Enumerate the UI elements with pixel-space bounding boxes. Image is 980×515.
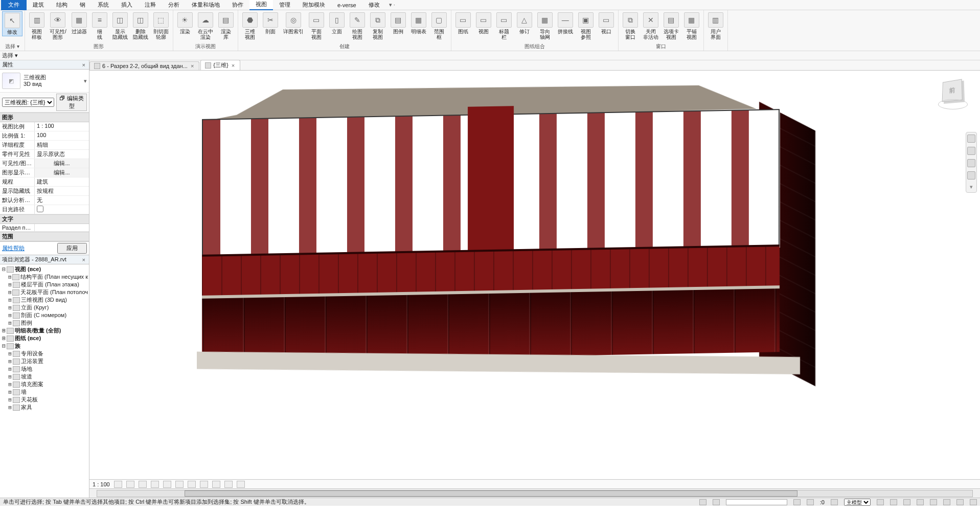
expand-icon[interactable]: ⊞ (1, 327, 7, 334)
render-cloud-button[interactable]: ☁在云中 渲染 (196, 11, 215, 41)
workset-select[interactable]: 主模型 (844, 499, 871, 506)
menu-tab-注释[interactable]: 注释 (139, 0, 162, 10)
prop-value[interactable]: 按规程 (35, 187, 89, 195)
prop-category[interactable]: 图形 (0, 113, 89, 122)
legend-button[interactable]: ▤图例 (389, 11, 408, 35)
drafting-button[interactable]: ✎绘图 视图 (348, 11, 367, 41)
status-icon[interactable] (903, 499, 910, 505)
tab-view-button[interactable]: ▤选项卡 视图 (662, 11, 681, 41)
menu-tab-结构[interactable]: 结构 (50, 0, 74, 10)
render-gallery-button[interactable]: ▤渲染 库 (216, 11, 236, 41)
detail-level-icon[interactable] (114, 481, 122, 488)
tree-node[interactable]: ⊞楼层平面 (План этажа) (0, 281, 89, 288)
prop-category[interactable]: 范围 (0, 232, 89, 241)
show-hidden-button[interactable]: ◫显示 隐藏线 (110, 11, 130, 41)
prop-value[interactable]: 编辑... (35, 168, 89, 177)
tree-node[interactable]: ⊞立面 (Круг) (0, 304, 89, 311)
tree-node[interactable]: ⊟视图 (все) (0, 265, 89, 273)
viewcube-face[interactable]: 前 (942, 79, 963, 102)
close-icon[interactable]: × (81, 62, 87, 68)
status-icon[interactable] (956, 499, 964, 505)
close-inactive-button[interactable]: ✕关闭 非活动 (641, 11, 660, 41)
rendering-icon[interactable] (163, 481, 171, 488)
user-interface-button[interactable]: ▥用户 界面 (706, 11, 725, 41)
viewcube[interactable]: 前 (938, 78, 968, 107)
steering-wheel-icon[interactable] (967, 135, 975, 143)
detail-button[interactable]: ◎详图索引 (281, 11, 306, 35)
chevron-down-icon[interactable]: ▾ (970, 184, 973, 190)
tree-node[interactable]: ⊞图例 (0, 319, 89, 327)
elevation-button[interactable]: ▯立面 (327, 11, 347, 35)
expand-icon[interactable]: ⊞ (7, 350, 13, 357)
duplicate-button[interactable]: ⧉复制 视图 (368, 11, 388, 41)
menu-tab-管理[interactable]: 管理 (273, 0, 297, 10)
switch-window-button[interactable]: ⧉切换 窗口 (621, 11, 640, 41)
prop-value[interactable] (35, 224, 89, 231)
menu-tab-附加模块[interactable]: 附加模块 (297, 0, 331, 10)
expand-icon[interactable]: ⊟ (1, 343, 7, 349)
menu-tab-协作[interactable]: 协作 (226, 0, 249, 10)
prop-value[interactable]: 建筑 (35, 177, 89, 186)
view-scale[interactable]: 1 : 100 (93, 481, 110, 487)
3d-view-button[interactable]: ⬣三维 视图 (240, 11, 260, 41)
filters-button[interactable]: ▦过滤器 (70, 11, 89, 35)
expand-icon[interactable]: ⊞ (7, 274, 12, 280)
status-icon[interactable] (807, 499, 814, 505)
tree-node[interactable]: ⊞填充图案 (0, 380, 89, 388)
tree-node[interactable]: ⊞明细表/数量 (全部) (0, 327, 89, 334)
tile-view-button[interactable]: ▦平铺 视图 (682, 11, 701, 41)
status-icon[interactable] (699, 499, 706, 505)
zoom-icon[interactable] (967, 159, 975, 167)
thin-lines-button[interactable]: ≡细 线 (90, 11, 109, 41)
expand-icon[interactable]: ⊞ (7, 297, 13, 303)
canvas-3d[interactable]: 前 ▾ (89, 71, 980, 479)
select-strip-label[interactable]: 选择 ▾ (2, 52, 18, 59)
tree-node[interactable]: ⊞剖面 (С номером) (0, 311, 89, 319)
menu-tab-钢[interactable]: 钢 (74, 0, 92, 10)
crop-visible-icon[interactable] (188, 481, 196, 488)
status-icon[interactable] (943, 499, 950, 505)
prop-value[interactable]: 精细 (35, 141, 89, 149)
prop-value[interactable]: 编辑... (35, 159, 89, 168)
expand-icon[interactable]: ⊞ (7, 396, 13, 403)
status-icon[interactable] (713, 499, 720, 505)
unhide-icon[interactable] (200, 481, 208, 488)
status-icon[interactable] (970, 499, 977, 505)
type-selector[interactable]: ◩ 三维视图 3D вид ▾ (0, 70, 89, 92)
expand-icon[interactable]: ⊟ (1, 266, 7, 273)
viewcube-compass[interactable] (938, 99, 968, 109)
tree-node[interactable]: ⊞三维视图 (3D вид) (0, 296, 89, 304)
render-button[interactable]: ☀渲染 (175, 11, 195, 35)
tree-node[interactable]: ⊞专用设备 (0, 350, 89, 357)
properties-help-link[interactable]: 属性帮助 (2, 244, 25, 252)
tree-node[interactable]: ⊞坡道 (0, 373, 89, 380)
edit-type-button[interactable]: 🗇 编辑类型 (56, 94, 87, 111)
menu-tab-体量和场地[interactable]: 体量和场地 (186, 0, 226, 10)
remove-hidden-button[interactable]: ◫删除 隐藏线 (131, 11, 150, 41)
expand-icon[interactable]: ⊞ (7, 304, 13, 311)
close-icon[interactable]: × (190, 63, 195, 69)
view-ref-button[interactable]: ▣视图 参照 (576, 11, 596, 41)
temporary-hide-icon[interactable] (212, 481, 220, 488)
scope-box-button[interactable]: ▢范围 框 (429, 11, 449, 41)
viewport-button[interactable]: ▭视口 (597, 11, 616, 35)
schedule-button[interactable]: ▦明细表 (409, 11, 428, 35)
menu-tab-系统[interactable]: 系统 (92, 0, 115, 10)
filter-icon[interactable] (831, 499, 838, 505)
menu-tab-建筑[interactable]: 建筑 (27, 0, 50, 10)
tree-node[interactable]: ⊟族 (0, 342, 89, 350)
prop-value[interactable]: 显示原状态 (35, 150, 89, 159)
modify-button[interactable]: ↖修改 (2, 11, 22, 36)
menu-tab-插入[interactable]: 插入 (115, 0, 139, 10)
reveal-hidden-icon[interactable] (224, 481, 233, 488)
revisions-button[interactable]: △修订 (515, 11, 534, 35)
prop-value[interactable] (35, 205, 89, 214)
matchline-button[interactable]: —拼接线 (556, 11, 575, 35)
plan-button[interactable]: ▭平面 视图 (307, 11, 326, 41)
view-tab[interactable]: 6 - Разрез 2-2, общий вид здан...× (89, 61, 199, 70)
apply-button[interactable]: 应用 (57, 243, 87, 254)
menu-tab-视图[interactable]: 视图 (249, 0, 273, 10)
expand-icon[interactable]: ⊞ (7, 289, 12, 296)
prop-value[interactable]: 无 (35, 196, 89, 205)
menu-tab-修改[interactable]: 修改 (362, 0, 386, 10)
